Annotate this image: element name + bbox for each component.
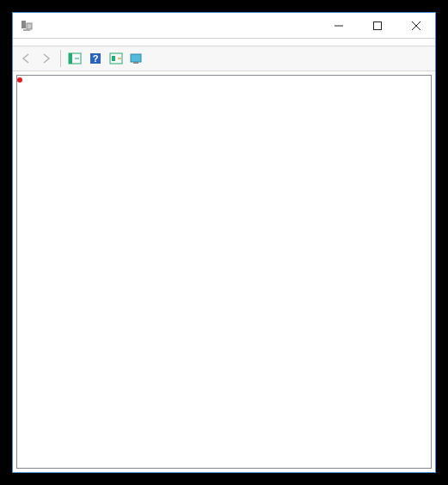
forward-button[interactable]	[37, 49, 56, 68]
view-devices-button[interactable]	[127, 49, 146, 68]
app-icon	[20, 19, 34, 33]
scan-hardware-button[interactable]	[107, 49, 126, 68]
menu-action[interactable]	[32, 40, 46, 44]
svg-rect-1	[27, 23, 32, 29]
close-button[interactable]	[396, 13, 435, 38]
menu-file[interactable]	[16, 40, 30, 44]
maximize-button[interactable]	[358, 13, 396, 38]
menu-view[interactable]	[47, 40, 61, 44]
svg-rect-4	[373, 21, 381, 29]
svg-rect-2	[23, 29, 30, 31]
back-button[interactable]	[16, 49, 35, 68]
menu-help[interactable]	[63, 40, 77, 44]
svg-rect-16	[133, 62, 138, 64]
help-button[interactable]: ?	[86, 49, 105, 68]
svg-rect-15	[131, 54, 141, 62]
toolbar: ?	[13, 46, 435, 71]
svg-rect-13	[112, 56, 115, 61]
tree-panel	[16, 75, 432, 469]
toolbar-separator	[60, 50, 61, 67]
menubar	[13, 39, 435, 46]
svg-rect-0	[21, 21, 26, 28]
minimize-button[interactable]	[319, 13, 358, 38]
show-hide-tree-button[interactable]	[65, 49, 84, 68]
svg-text:?: ?	[93, 53, 99, 64]
svg-rect-8	[69, 53, 72, 64]
window: ?	[12, 12, 436, 473]
highlight-annotation	[17, 77, 22, 83]
titlebar	[13, 13, 435, 39]
